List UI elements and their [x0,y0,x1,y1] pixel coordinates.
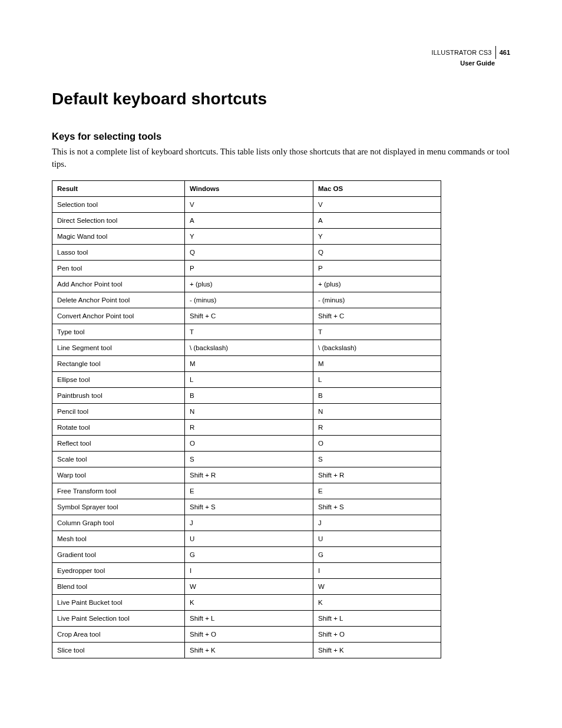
table-row: Warp toolShift + RShift + R [52,467,441,483]
cell-macos: S [313,452,441,467]
cell-windows: S [185,452,313,467]
cell-macos: B [313,388,441,404]
cell-result: Selection tool [52,197,185,213]
header-divider [495,46,496,59]
table-row: Live Paint Selection toolShift + LShift … [52,611,441,627]
table-row: Free Transform toolEE [52,483,441,499]
cell-windows: K [185,595,313,611]
cell-macos: V [313,197,441,213]
cell-windows: Shift + K [185,643,313,658]
cell-result: Direct Selection tool [52,213,185,229]
cell-windows: Y [185,229,313,245]
cell-macos: R [313,420,441,436]
table-header-row: Result Windows Mac OS [52,181,441,197]
cell-macos: I [313,563,441,579]
shortcuts-table: Result Windows Mac OS Selection toolVVDi… [52,180,441,658]
cell-macos: M [313,356,441,372]
cell-windows: T [185,324,313,340]
table-row: Line Segment tool\ (backslash)\ (backsla… [52,340,441,356]
cell-windows: - (minus) [185,292,313,308]
cell-windows: Shift + O [185,627,313,643]
cell-result: Paintbrush tool [52,388,185,404]
cell-windows: O [185,436,313,452]
cell-result: Eyedropper tool [52,563,185,579]
cell-windows: Shift + L [185,611,313,627]
page-number: 461 [500,48,510,57]
cell-result: Line Segment tool [52,340,185,356]
cell-result: Mesh tool [52,531,185,547]
section-title: Keys for selecting tools [52,131,510,142]
cell-macos: U [313,531,441,547]
cell-windows: R [185,420,313,436]
intro-paragraph: This is not a complete list of keyboard … [52,146,510,170]
page-title: Default keyboard shortcuts [52,90,510,108]
cell-result: Scale tool [52,452,185,467]
cell-macos: A [313,213,441,229]
header-line-1: ILLUSTRATOR CS3 461 [431,46,510,59]
table-row: Lasso toolQQ [52,245,441,261]
table-row: Ellipse toolLL [52,372,441,388]
cell-windows: V [185,197,313,213]
table-row: Add Anchor Point tool+ (plus)+ (plus) [52,276,441,292]
cell-macos: E [313,483,441,499]
cell-macos: Shift + O [313,627,441,643]
table-row: Scale toolSS [52,452,441,467]
cell-result: Ellipse tool [52,372,185,388]
table-row: Blend toolWW [52,579,441,595]
table-row: Eyedropper toolII [52,563,441,579]
cell-macos: Q [313,245,441,261]
cell-macos: O [313,436,441,452]
cell-macos: P [313,261,441,276]
cell-result: Pencil tool [52,404,185,420]
table-row: Rectangle toolMM [52,356,441,372]
cell-windows: Shift + R [185,467,313,483]
cell-macos: Shift + C [313,308,441,324]
cell-macos: Shift + L [313,611,441,627]
cell-result: Pen tool [52,261,185,276]
cell-macos: Y [313,229,441,245]
cell-windows: Shift + S [185,499,313,515]
cell-result: Delete Anchor Point tool [52,292,185,308]
cell-windows: G [185,547,313,563]
table-row: Mesh toolUU [52,531,441,547]
cell-result: Reflect tool [52,436,185,452]
table-row: Symbol Sprayer toolShift + SShift + S [52,499,441,515]
cell-result: Type tool [52,324,185,340]
cell-result: Live Paint Selection tool [52,611,185,627]
cell-macos: Shift + S [313,499,441,515]
table-row: Rotate toolRR [52,420,441,436]
table-row: Gradient toolGG [52,547,441,563]
cell-windows: B [185,388,313,404]
cell-result: Add Anchor Point tool [52,276,185,292]
cell-result: Warp tool [52,467,185,483]
cell-result: Convert Anchor Point tool [52,308,185,324]
cell-macos: L [313,372,441,388]
cell-result: Column Graph tool [52,515,185,531]
cell-windows: P [185,261,313,276]
cell-macos: + (plus) [313,276,441,292]
cell-macos: - (minus) [313,292,441,308]
cell-windows: U [185,531,313,547]
cell-result: Crop Area tool [52,627,185,643]
cell-windows: N [185,404,313,420]
cell-macos: Shift + K [313,643,441,658]
cell-macos: J [313,515,441,531]
cell-windows: L [185,372,313,388]
col-header-windows: Windows [185,181,313,197]
cell-macos: Shift + R [313,467,441,483]
table-row: Magic Wand toolYY [52,229,441,245]
table-row: Pen toolPP [52,261,441,276]
cell-windows: J [185,515,313,531]
table-row: Reflect toolOO [52,436,441,452]
cell-result: Lasso tool [52,245,185,261]
header-subtitle: User Guide [431,59,495,68]
table-row: Pencil toolNN [52,404,441,420]
cell-result: Blend tool [52,579,185,595]
cell-macos: W [313,579,441,595]
cell-windows: W [185,579,313,595]
cell-result: Magic Wand tool [52,229,185,245]
table-row: Convert Anchor Point toolShift + CShift … [52,308,441,324]
cell-windows: Q [185,245,313,261]
cell-windows: E [185,483,313,499]
cell-windows: \ (backslash) [185,340,313,356]
